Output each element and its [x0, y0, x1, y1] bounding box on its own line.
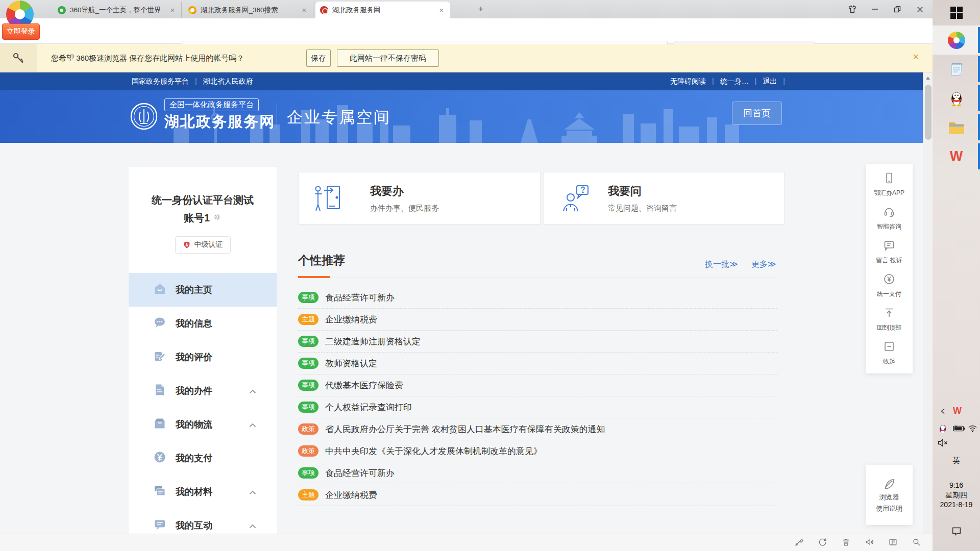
row-text[interactable]: 教师资格认定	[325, 358, 377, 369]
float-panel-icon	[883, 273, 895, 287]
change-batch-link[interactable]: 换一批≫	[705, 259, 738, 270]
link-logout[interactable]: 退出	[763, 77, 777, 85]
more-link[interactable]: 更多≫	[751, 259, 776, 270]
row-tag-badge: 事项	[298, 336, 318, 347]
recommend-row[interactable]: 事项 个人权益记录查询打印	[298, 396, 777, 418]
page-scrollbar[interactable]	[923, 72, 933, 534]
browser-tab[interactable]: 湖北政务服务网 ×	[315, 2, 450, 18]
browser-tab[interactable]: 湖北政务服务网_360搜索 ×	[184, 2, 313, 18]
chevron-up-icon[interactable]	[249, 487, 256, 497]
recommend-row[interactable]: 事项 代缴基本医疗保险费	[298, 374, 777, 396]
menu-item-icon	[153, 484, 166, 500]
close-button[interactable]	[913, 3, 927, 16]
title-underline	[298, 276, 330, 278]
sound-icon[interactable]	[865, 537, 874, 549]
row-text[interactable]: 食品经营许可新办	[325, 467, 395, 479]
row-text[interactable]: 中共中央印发《关于深化人才发展体制机制改革的意见》	[325, 445, 542, 457]
back-home-button[interactable]: 回首页	[732, 102, 782, 125]
browser-tab[interactable]: 360导航_一个主页，整个世界 ×	[53, 2, 182, 18]
sidebar-menu-item[interactable]: 我的支付	[129, 441, 277, 475]
tray-expand-icon[interactable]	[939, 407, 947, 418]
sidebar-menu-item[interactable]: 我的材料	[129, 475, 277, 509]
taskbar-notepad[interactable]	[933, 55, 980, 84]
tab-close-icon[interactable]: ×	[168, 6, 177, 14]
login-now-button[interactable]: 立即登录	[2, 23, 40, 40]
recommend-row[interactable]: 政策 中共中央印发《关于深化人才发展体制机制改革的意见》	[298, 440, 777, 462]
scroll-up-arrow[interactable]	[926, 77, 930, 80]
chevron-up-icon[interactable]	[249, 386, 256, 396]
tray-wifi-icon[interactable]	[968, 424, 977, 435]
start-button[interactable]	[933, 0, 980, 26]
row-text[interactable]: 二级建造师注册资格认定	[325, 336, 421, 347]
cert-level-badge[interactable]: 中级认证	[175, 236, 231, 254]
menu-item-label: 我的办件	[176, 385, 212, 397]
taskbar-360browser[interactable]	[933, 26, 980, 55]
card-i-want-to-ask[interactable]: 我要问 常见问题、咨询留言	[544, 172, 785, 224]
sidebar-menu-item[interactable]: 我的办件	[129, 374, 277, 408]
float-panel-item[interactable]: 智能咨询	[866, 202, 913, 235]
reading-mode-icon[interactable]	[888, 537, 898, 549]
tab-close-icon[interactable]: ×	[437, 6, 446, 14]
skin-icon[interactable]	[845, 3, 860, 16]
sidebar-menu-item[interactable]: 我的信息	[129, 307, 277, 340]
recommend-row[interactable]: 主题 企业缴纳税费	[298, 309, 777, 331]
page-doodle-icon[interactable]	[794, 537, 804, 549]
menu-item-label: 我的互动	[176, 519, 212, 532]
restore-page-icon[interactable]	[818, 537, 827, 549]
card-i-want-to-apply[interactable]: 我要办 办件办事、便民服务	[298, 172, 541, 224]
notification-close-icon[interactable]: ×	[910, 51, 922, 63]
taskbar-wps[interactable]: W	[933, 142, 980, 171]
taskbar-explorer[interactable]	[933, 113, 980, 142]
minimize-button[interactable]	[868, 3, 882, 16]
save-password-button[interactable]: 保存	[306, 49, 331, 67]
chevron-up-icon[interactable]	[249, 419, 256, 430]
settings-gear-icon[interactable]	[213, 212, 222, 224]
ime-indicator[interactable]: 英	[933, 456, 980, 466]
row-text[interactable]: 企业缴纳税费	[325, 489, 377, 501]
row-text[interactable]: 食品经营许可新办	[325, 292, 395, 304]
never-save-button[interactable]: 此网站一律不保存密码	[337, 49, 439, 67]
row-text[interactable]: 代缴基本医疗保险费	[325, 380, 403, 391]
feather-pen-icon	[883, 478, 896, 491]
link-national-platform[interactable]: 国家政务服务平台	[132, 77, 189, 85]
folder-icon	[948, 120, 965, 135]
notepad-icon	[948, 61, 965, 78]
restore-button[interactable]	[890, 3, 904, 16]
browser-help-card[interactable]: 浏览器 使用说明	[866, 465, 913, 525]
recommend-row[interactable]: 政策 省人民政府办公厅关于完善 农村贫困人口基本医疗有保障有关政策的通知	[298, 418, 777, 440]
tray-battery-icon[interactable]	[953, 425, 965, 434]
action-center-button[interactable]	[933, 525, 980, 539]
sidebar-menu-item[interactable]: 我的主页	[129, 273, 277, 307]
trash-icon[interactable]	[841, 537, 851, 549]
recommend-row[interactable]: 事项 食品经营许可新办	[298, 462, 777, 484]
recommend-row[interactable]: 主题 企业缴纳税费	[298, 484, 777, 506]
recommend-row[interactable]: 事项 食品经营许可新办	[298, 287, 777, 309]
link-hubei-gov[interactable]: 湖北省人民政府	[203, 77, 253, 85]
scrollbar-thumb[interactable]	[925, 85, 932, 140]
sidebar-menu-item[interactable]: 我的互动	[129, 509, 277, 534]
space-title: 企业专属空间	[287, 107, 391, 128]
tray-qq-icon[interactable]	[938, 424, 947, 436]
float-panel-item[interactable]: 统一支付	[866, 269, 913, 303]
tray-mute-icon[interactable]	[937, 438, 948, 450]
recommend-row[interactable]: 事项 教师资格认定	[298, 353, 777, 374]
link-accessibility[interactable]: 无障碍阅读	[670, 77, 706, 85]
sidebar-menu-item[interactable]: 我的物流	[129, 408, 277, 441]
tab-close-icon[interactable]: ×	[300, 6, 308, 14]
link-unified-identity[interactable]: 统一身…	[720, 77, 749, 85]
float-panel-item[interactable]: 收起	[866, 336, 913, 370]
row-text[interactable]: 省人民政府办公厅关于完善 农村贫困人口基本医疗有保障有关政策的通知	[325, 423, 605, 435]
new-tab-button[interactable]: +	[475, 3, 487, 15]
taskbar-clock[interactable]: 9:16 星期四 2021-8-19	[933, 481, 980, 510]
float-panel-item[interactable]: 留言 投诉	[866, 235, 913, 269]
tray-wps-icon[interactable]: W	[953, 406, 962, 416]
float-panel-item[interactable]: 鄂汇办APP	[866, 168, 913, 202]
chevron-up-icon[interactable]	[249, 520, 256, 531]
row-text[interactable]: 个人权益记录查询打印	[325, 402, 412, 413]
taskbar-qq[interactable]	[933, 84, 980, 113]
sidebar-menu-item[interactable]: 我的评价	[129, 340, 277, 374]
float-panel-item[interactable]: 回到顶部	[866, 303, 913, 336]
row-text[interactable]: 企业缴纳税费	[325, 314, 377, 325]
zoom-search-icon[interactable]	[912, 537, 921, 549]
recommend-row[interactable]: 事项 二级建造师注册资格认定	[298, 331, 777, 353]
